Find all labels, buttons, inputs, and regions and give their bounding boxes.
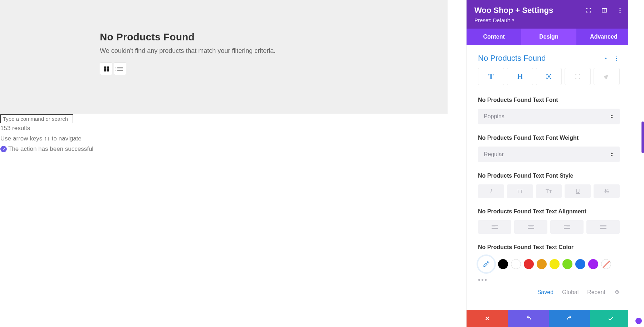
help-fab[interactable] <box>635 318 642 324</box>
settings-panel: Woo Shop + Settings Preset: Default▼ Con… <box>466 0 644 327</box>
color-settings-gear-icon[interactable] <box>614 289 620 295</box>
footer-redo-button[interactable] <box>549 310 590 327</box>
align-center-button[interactable] <box>514 220 547 234</box>
command-area: 153 results Use arrow keys ↑↓ to navigat… <box>0 114 448 154</box>
command-hint: Use arrow keys ↑↓ to navigate <box>0 134 448 144</box>
svg-rect-13 <box>600 227 606 227</box>
color-swatch[interactable] <box>601 259 611 269</box>
style-strike-button[interactable]: S <box>594 184 620 198</box>
style-capitalize-button[interactable]: Tᴛ <box>536 184 562 198</box>
color-swatch[interactable] <box>550 259 560 269</box>
footer-confirm-button[interactable] <box>590 310 631 327</box>
color-tab-global[interactable]: Global <box>562 289 579 296</box>
chevron-up-icon[interactable] <box>603 56 608 61</box>
color-tab-saved[interactable]: Saved <box>537 289 553 296</box>
section-title[interactable]: No Products Found <box>478 54 546 63</box>
right-gutter <box>628 0 644 327</box>
panel-header: Woo Shop + Settings Preset: Default▼ <box>467 0 631 29</box>
svg-rect-6 <box>528 225 534 226</box>
command-input[interactable] <box>0 114 73 123</box>
svg-rect-9 <box>564 225 570 226</box>
svg-rect-12 <box>600 225 606 226</box>
text-tool-brush[interactable] <box>594 68 620 85</box>
svg-rect-14 <box>600 228 606 229</box>
color-swatch[interactable] <box>511 259 521 269</box>
color-swatch[interactable] <box>524 259 534 269</box>
command-results-count: 153 results <box>0 123 448 134</box>
select-caret-icon <box>610 152 614 157</box>
color-swatch[interactable] <box>588 259 598 269</box>
color-swatch[interactable] <box>562 259 572 269</box>
style-underline-button[interactable]: U <box>565 184 591 198</box>
font-select[interactable]: Poppins <box>478 109 620 124</box>
panel-footer <box>467 310 631 327</box>
tab-content[interactable]: Content <box>467 29 521 45</box>
color-swatch[interactable] <box>498 259 508 269</box>
svg-rect-10 <box>566 227 570 227</box>
svg-rect-5 <box>492 228 498 229</box>
tab-design[interactable]: Design <box>521 29 576 45</box>
align-justify-button[interactable] <box>586 220 620 234</box>
caret-down-icon: ▼ <box>511 18 515 22</box>
panel-body[interactable]: No Products Found ⋮ T H No Products Foun… <box>467 45 631 310</box>
style-italic-button[interactable]: I <box>478 184 504 198</box>
weight-label: No Products Found Text Font Weight <box>478 134 620 142</box>
select-caret-icon <box>610 114 614 119</box>
grid-icon <box>104 66 109 71</box>
list-icon <box>117 67 123 71</box>
text-element-toolbar: T H <box>478 68 620 85</box>
footer-close-button[interactable] <box>467 310 508 327</box>
svg-rect-7 <box>529 227 533 227</box>
tab-advanced[interactable]: Advanced <box>576 29 631 45</box>
font-label: No Products Found Text Font <box>478 96 620 104</box>
svg-rect-3 <box>492 225 498 226</box>
style-label: No Products Found Text Font Style <box>478 172 620 180</box>
panel-tabs: Content Design Advanced <box>467 29 631 45</box>
command-status: The action has been successful <box>0 144 448 154</box>
color-label: No Products Found Text Text Color <box>478 243 620 252</box>
svg-point-0 <box>620 8 621 9</box>
footer-undo-button[interactable] <box>508 310 549 327</box>
success-check-icon <box>0 146 7 152</box>
color-swatch[interactable] <box>575 259 585 269</box>
svg-point-2 <box>620 12 621 13</box>
color-swatch[interactable] <box>537 259 547 269</box>
no-products-title: No Products Found <box>100 31 448 43</box>
text-tool-select[interactable] <box>565 68 591 85</box>
svg-rect-4 <box>492 227 496 227</box>
svg-point-1 <box>620 10 621 11</box>
dock-icon[interactable] <box>601 7 608 14</box>
color-more-button[interactable]: ••• <box>478 276 620 284</box>
color-swatch-row <box>478 256 620 272</box>
svg-rect-11 <box>564 228 570 229</box>
panel-scroll-thumb[interactable] <box>641 122 644 153</box>
section-kebab-icon[interactable]: ⋮ <box>613 54 620 62</box>
align-right-button[interactable] <box>550 220 584 234</box>
view-list-button[interactable] <box>114 63 126 75</box>
eyedropper-button[interactable] <box>478 256 494 272</box>
text-tool-focus[interactable] <box>536 68 562 85</box>
kebab-menu-icon[interactable] <box>617 7 623 14</box>
preset-dropdown[interactable]: Preset: Default▼ <box>474 17 515 23</box>
align-label: No Products Found Text Text Alignment <box>478 207 620 216</box>
canvas-area: No Products Found We couldn't find any p… <box>0 0 448 327</box>
align-left-button[interactable] <box>478 220 511 234</box>
expand-icon[interactable] <box>585 7 592 14</box>
no-products-subtitle: We couldn't find any products that match… <box>100 47 448 55</box>
weight-select[interactable]: Regular <box>478 147 620 162</box>
panel-title: Woo Shop + Settings <box>474 6 553 15</box>
canvas-preview: No Products Found We couldn't find any p… <box>0 0 448 114</box>
color-tab-recent[interactable]: Recent <box>587 289 605 296</box>
view-grid-button[interactable] <box>100 63 112 75</box>
text-tool-t[interactable]: T <box>478 68 504 85</box>
style-uppercase-button[interactable]: TT <box>507 184 533 198</box>
svg-rect-8 <box>528 228 534 229</box>
text-tool-h[interactable]: H <box>507 68 533 85</box>
